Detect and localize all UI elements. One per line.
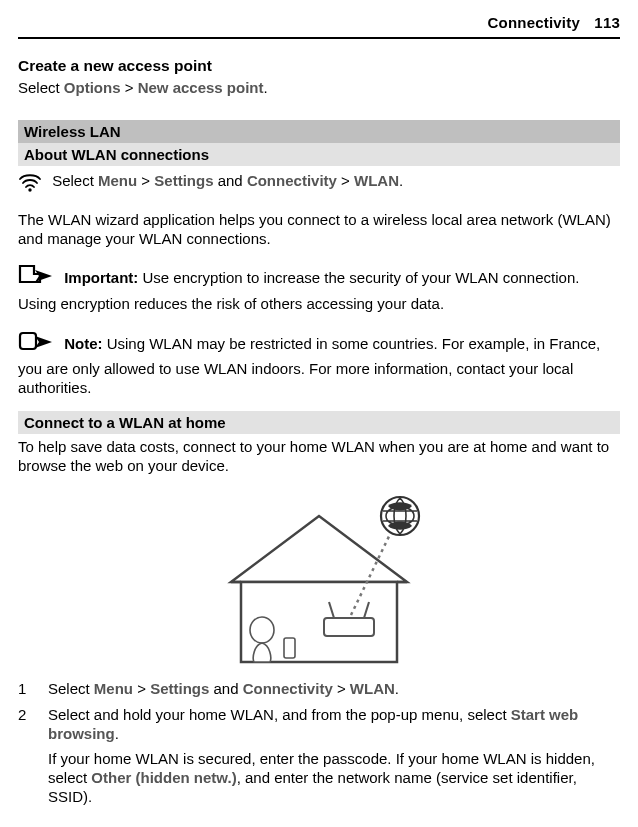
country-note: Note: Using WLAN may be restricted in so…	[18, 328, 620, 398]
settings-link: Settings	[154, 172, 213, 189]
svg-rect-1	[20, 333, 36, 349]
connectivity-link: Connectivity	[243, 680, 333, 697]
about-wlan-bar: About WLAN connections	[18, 143, 620, 166]
wlan-link: WLAN	[354, 172, 399, 189]
settings-link: Settings	[150, 680, 209, 697]
note-label: Note:	[64, 335, 102, 352]
step-number: 2	[18, 706, 48, 806]
step-1: 1 Select Menu > Settings and Connectivit…	[18, 680, 620, 699]
connect-home-text: To help save data costs, connect to your…	[18, 438, 620, 475]
important-icon	[18, 262, 54, 295]
options-softkey: Options	[64, 79, 121, 96]
important-label: Important:	[64, 269, 138, 286]
create-ap-body: Select Options > New access point.	[18, 79, 620, 98]
create-ap-title: Create a new access point	[18, 57, 620, 75]
wlan-nav-path: Select Menu > Settings and Connectivity …	[18, 172, 620, 198]
house-wlan-illustration	[204, 490, 434, 670]
svg-point-9	[250, 617, 274, 643]
connect-home-bar: Connect to a WLAN at home	[18, 411, 620, 434]
menu-link: Menu	[98, 172, 137, 189]
note-icon	[18, 328, 54, 361]
page-header: Connectivity 113	[18, 14, 620, 39]
step-2: 2 Select and hold your home WLAN, and fr…	[18, 706, 620, 806]
svg-marker-2	[231, 516, 407, 582]
other-hidden-netw-item: Other (hidden netw.)	[91, 769, 236, 786]
svg-point-0	[28, 188, 31, 191]
wlan-wizard-text: The WLAN wizard application helps you co…	[18, 211, 620, 248]
important-note: Important: Use encryption to increase th…	[18, 262, 620, 313]
wlan-link: WLAN	[350, 680, 395, 697]
svg-rect-6	[324, 618, 374, 636]
wireless-lan-bar: Wireless LAN	[18, 120, 620, 143]
new-access-point-item: New access point	[138, 79, 264, 96]
header-section: Connectivity	[488, 14, 580, 31]
header-page: 113	[594, 14, 620, 31]
connectivity-link: Connectivity	[247, 172, 337, 189]
svg-rect-10	[284, 638, 295, 658]
menu-link: Menu	[94, 680, 133, 697]
wifi-icon	[18, 173, 42, 198]
step-number: 1	[18, 680, 48, 699]
